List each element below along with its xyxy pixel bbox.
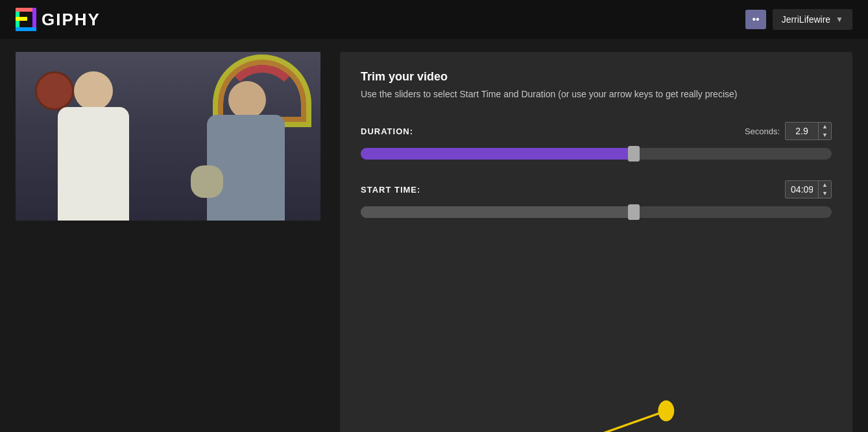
logo-text: GIPHY bbox=[42, 10, 101, 30]
head-left bbox=[74, 71, 113, 110]
video-frame bbox=[16, 52, 320, 221]
starttime-spinner[interactable]: ▲ ▼ bbox=[785, 180, 832, 198]
person-right bbox=[204, 81, 295, 221]
seconds-group: Seconds: ▲ ▼ bbox=[745, 122, 832, 140]
svg-rect-4 bbox=[16, 17, 27, 21]
user-menu-button[interactable]: JerriLifewire ▼ bbox=[773, 9, 852, 30]
plush-object bbox=[191, 165, 223, 198]
starttime-section: START TIME: ▲ ▼ bbox=[361, 180, 832, 218]
starttime-value-input[interactable] bbox=[786, 182, 818, 197]
starttime-slider-thumb[interactable] bbox=[628, 204, 640, 220]
logo-area: GIPHY bbox=[16, 8, 101, 31]
duration-decrement-button[interactable]: ▼ bbox=[819, 131, 831, 139]
svg-rect-3 bbox=[16, 27, 36, 31]
page-wrapper: GIPHY •• JerriLifewire ▼ bbox=[0, 0, 868, 432]
duration-increment-button[interactable]: ▲ bbox=[819, 123, 831, 131]
starttime-decrement-button[interactable]: ▼ bbox=[819, 189, 831, 198]
trim-header: Trim your video Use the sliders to selec… bbox=[361, 70, 832, 101]
username-label: JerriLifewire bbox=[782, 14, 830, 25]
starttime-label: START TIME: bbox=[361, 185, 420, 195]
body-right bbox=[207, 115, 285, 221]
duration-label: DURATION: bbox=[361, 126, 413, 136]
left-column: Continue to Decorate bbox=[16, 52, 320, 432]
starttime-spinner-arrows: ▲ ▼ bbox=[818, 181, 831, 198]
starttime-increment-button[interactable]: ▲ bbox=[819, 181, 831, 189]
header: GIPHY •• JerriLifewire ▼ bbox=[0, 0, 868, 39]
dots-button[interactable]: •• bbox=[745, 10, 766, 29]
trim-description: Use the sliders to select Start Time and… bbox=[361, 88, 832, 101]
body-left bbox=[58, 107, 129, 221]
video-scene bbox=[16, 52, 320, 221]
starttime-header: START TIME: ▲ ▼ bbox=[361, 180, 832, 198]
header-right: •• JerriLifewire ▼ bbox=[745, 9, 852, 30]
duration-value-input[interactable] bbox=[786, 123, 818, 139]
content-wrapper: Continue to Decorate Trim your video Use… bbox=[0, 39, 868, 432]
head-right bbox=[228, 81, 266, 119]
duration-slider-track bbox=[361, 148, 832, 160]
duration-slider-fill bbox=[361, 148, 634, 160]
person-left bbox=[51, 71, 139, 221]
starttime-slider-fill bbox=[361, 206, 629, 218]
duration-section: DURATION: Seconds: ▲ ▼ bbox=[361, 122, 832, 160]
giphy-logo-icon bbox=[16, 8, 36, 31]
duration-header: DURATION: Seconds: ▲ ▼ bbox=[361, 122, 832, 140]
starttime-slider-track bbox=[361, 206, 832, 218]
dropdown-arrow-icon: ▼ bbox=[836, 15, 843, 24]
duration-spinner[interactable]: ▲ ▼ bbox=[785, 122, 832, 140]
duration-slider-thumb[interactable] bbox=[628, 146, 640, 162]
seconds-label: Seconds: bbox=[745, 126, 780, 136]
bottom-button-area: Continue to Decorate bbox=[16, 331, 320, 432]
duration-spinner-arrows: ▲ ▼ bbox=[818, 123, 831, 139]
trim-title: Trim your video bbox=[361, 70, 832, 84]
trim-panel: Trim your video Use the sliders to selec… bbox=[340, 52, 852, 432]
